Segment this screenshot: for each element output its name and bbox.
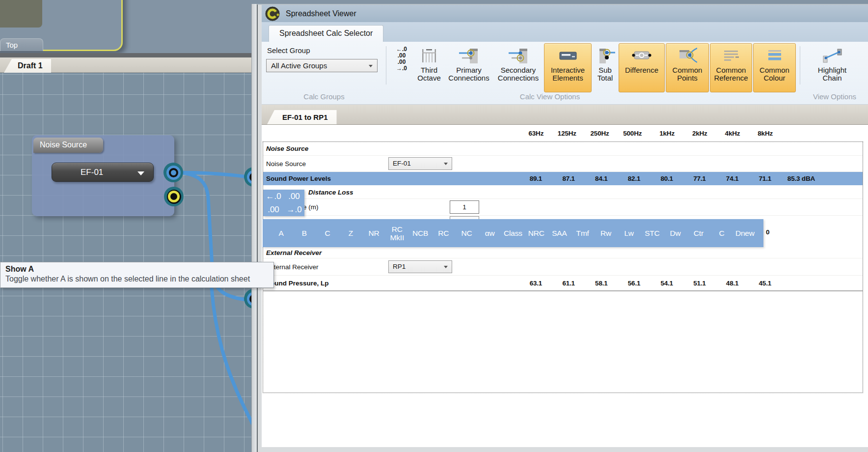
external-receiver-dropdown-value: RP1: [393, 263, 406, 270]
window-splitter[interactable]: [251, 4, 257, 452]
difference-icon: [632, 46, 651, 66]
cell: 87.1: [542, 175, 575, 182]
canvas-top-tab-label: Top: [6, 41, 18, 49]
ribbon-button-label: Common Colour: [754, 66, 795, 82]
cell: SAA: [548, 229, 571, 237]
app-root: Top Draft 1 Noise Source EF-01: [0, 0, 868, 452]
row-label: Sound Pressure, Lp: [263, 280, 388, 287]
overlay-cell: →.0: [284, 205, 304, 215]
overlay-cell: .00: [263, 205, 284, 215]
cell: B: [293, 229, 316, 237]
sub-total-icon: [596, 46, 615, 66]
sub-total-button[interactable]: Sub Total: [593, 43, 618, 92]
frequency-headers: 63Hz125Hz250Hz500Hz1kHz2kHz4kHz8kHz: [511, 130, 773, 137]
parameter-toolbar[interactable]: ABCZNRRC MkIINCBRCNCαwClassNRCSAATmfRwLw…: [263, 219, 763, 247]
tab-label: Spreadsheet Calc Selector: [279, 29, 373, 37]
node-output-port[interactable]: [163, 163, 183, 182]
ribbon-button-label: Common Reference: [710, 66, 752, 82]
common-reference-button[interactable]: Common Reference: [710, 43, 752, 92]
node-secondary-port[interactable]: [164, 187, 184, 206]
divider-strip: [0, 53, 251, 57]
cell: 85.3 dBA: [771, 175, 815, 182]
cell: Dnew: [733, 229, 757, 237]
difference-button[interactable]: Difference: [619, 43, 665, 92]
cell: 89.1: [510, 175, 542, 182]
partial-input-box[interactable]: [450, 216, 479, 219]
cell: RC MkII: [385, 225, 408, 242]
cell: 63Hz: [511, 130, 544, 137]
common-points-icon: [678, 46, 697, 66]
cell: 51.1: [673, 280, 706, 287]
sound-power-values: 89.187.184.182.180.177.174.171.185.3 dBA: [510, 175, 815, 182]
distance-input[interactable]: [450, 200, 479, 214]
highlight-chain-button[interactable]: Highlight Chain: [805, 43, 860, 92]
section-distance-loss: Distance Loss: [263, 186, 863, 199]
cell: Class: [501, 229, 524, 237]
cell: Z: [339, 229, 362, 237]
overlay-cell: ←.0: [263, 192, 284, 201]
window-inner: Spreadsheet Viewer Spreadsheet Calc Sele…: [262, 5, 868, 447]
canvas-top-tab[interactable]: Top: [0, 38, 43, 51]
ribbon-button-label: Common Points: [666, 66, 708, 82]
cell: 8kHz: [740, 130, 773, 137]
ribbon-button-label: Interactive Elements: [545, 66, 591, 82]
noise-source-dropdown[interactable]: EF-01: [388, 157, 452, 170]
row-label: Sound Power Levels: [263, 175, 388, 182]
cell: NR: [362, 229, 385, 237]
chevron-down-icon: [369, 65, 373, 67]
common-points-button[interactable]: Common Points: [666, 43, 709, 92]
cell: 2kHz: [675, 130, 707, 137]
select-group-dropdown[interactable]: All Active Groups: [266, 59, 378, 72]
row-noise-source: Noise Source EF-01: [263, 156, 863, 172]
cell: NRC: [525, 229, 548, 237]
row-label: Noise Source: [263, 160, 388, 168]
section-external-receiver: External Receiver: [263, 247, 863, 258]
secondary-connections-button[interactable]: Secondary Connections: [493, 43, 543, 92]
cell: 56.1: [608, 280, 641, 287]
spreadsheet-viewer-window: Spreadsheet Viewer Spreadsheet Calc Sele…: [257, 4, 868, 452]
chevron-down-icon: [444, 266, 448, 268]
window-titlebar[interactable]: Spreadsheet Viewer: [262, 5, 868, 22]
cell: 77.1: [673, 175, 706, 182]
primary-connections-icon: [459, 46, 479, 66]
common-colour-button[interactable]: Common Colour: [753, 43, 796, 92]
highlight-chain-icon: [822, 46, 842, 66]
tab-ef01-to-rp1[interactable]: EF-01 to RP1: [267, 110, 337, 124]
overlay-cell: .00: [284, 192, 304, 201]
ribbon-button-label: Sub Total: [593, 66, 617, 82]
ribbon-button-label: Third Octave: [414, 66, 444, 82]
partially-covered-value: 0: [766, 228, 770, 236]
tooltip-show-a: Show A Toggle whether A is shown on the …: [0, 262, 274, 288]
node-source-dropdown[interactable]: EF-01: [52, 163, 154, 182]
cell: 74.1: [706, 175, 739, 182]
noise-source-node-title: Noise Source: [33, 138, 103, 153]
tab-draft-1[interactable]: Draft 1: [4, 59, 51, 73]
interactive-elements-button[interactable]: Interactive Elements: [544, 43, 592, 92]
node-editor-canvas[interactable]: Top Draft 1 Noise Source EF-01: [0, 0, 257, 452]
window-title: Spreadsheet Viewer: [286, 9, 356, 18]
cell: NCB: [408, 229, 432, 237]
row-sound-power-levels[interactable]: Sound Power Levels 89.187.184.182.180.17…: [263, 172, 863, 186]
cell: 63.1: [510, 280, 542, 287]
cell: C: [710, 229, 733, 237]
dropdown-arrow-icon: [137, 171, 144, 175]
tab-spreadsheet-calc-selector[interactable]: Spreadsheet Calc Selector: [269, 25, 383, 42]
ribbon-separator: [386, 46, 386, 85]
external-receiver-dropdown[interactable]: RP1: [388, 260, 452, 273]
section-label: External Receiver: [266, 249, 322, 256]
cell: 61.1: [542, 280, 575, 287]
tooltip-description: Toggle whether A is shown on the selecte…: [5, 275, 269, 283]
tooltip-title: Show A: [5, 265, 269, 274]
ribbon-button-label: Highlight Chain: [810, 66, 855, 82]
third-octave-button[interactable]: Third Octave: [414, 43, 444, 92]
primary-connections-button[interactable]: Primary Connections: [445, 43, 492, 92]
secondary-connections-icon: [509, 46, 528, 66]
row-external-receiver: External Receiver RP1: [263, 258, 863, 276]
decimal-places-tool[interactable]: ←.0 .00 .00 →.0: [390, 43, 413, 92]
cell: Dw: [664, 229, 687, 237]
noise-source-dropdown-value: EF-01: [393, 160, 411, 167]
node-source-dropdown-value: EF-01: [81, 168, 103, 177]
common-reference-icon: [721, 46, 741, 66]
decimal-drag-overlay: ←.0 .00 .00 →.0: [263, 190, 304, 216]
ribbon-button-label: Difference: [625, 66, 658, 74]
